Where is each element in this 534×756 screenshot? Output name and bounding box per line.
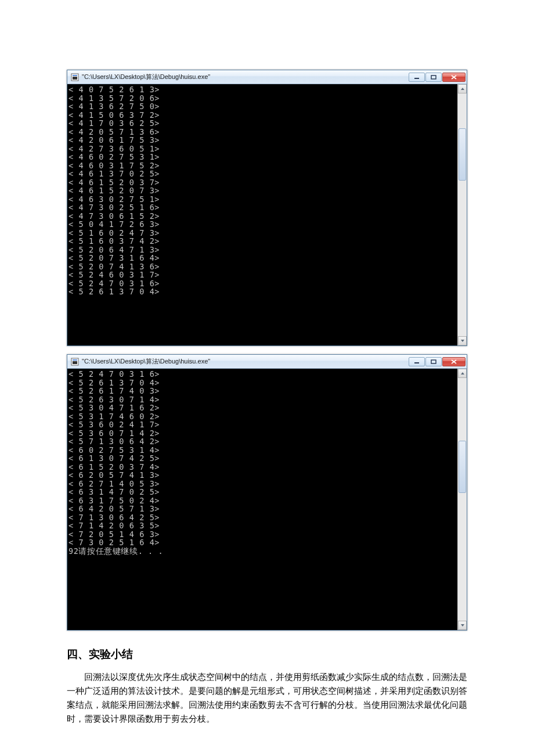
svg-rect-7 (73, 361, 77, 364)
svg-rect-1 (73, 75, 77, 76)
svg-rect-4 (431, 75, 436, 79)
titlebar[interactable]: "C:\Users\LX\Desktop\算法\Debug\huisu.exe" (67, 355, 467, 369)
close-icon (451, 359, 457, 364)
scroll-up-icon (460, 372, 465, 375)
window-buttons (409, 73, 466, 82)
maximize-button[interactable] (425, 73, 442, 82)
console-output[interactable]: < 4 0 7 5 2 6 1 3> < 4 1 3 5 7 2 0 6> < … (67, 84, 457, 345)
minimize-icon (414, 75, 420, 80)
svg-rect-2 (73, 77, 77, 80)
svg-rect-3 (414, 78, 419, 79)
scroll-up-button[interactable] (458, 84, 467, 93)
console-client-area: < 4 0 7 5 2 6 1 3> < 4 1 3 5 7 2 0 6> < … (67, 84, 467, 345)
minimize-icon (414, 359, 420, 364)
window-title: "C:\Users\LX\Desktop\算法\Debug\huisu.exe" (82, 357, 409, 366)
scroll-up-icon (460, 87, 465, 91)
close-button[interactable] (442, 357, 466, 366)
scroll-down-icon (460, 339, 465, 343)
scroll-up-button[interactable] (458, 369, 467, 378)
vertical-scrollbar[interactable] (457, 369, 467, 630)
console-window-2: "C:\Users\LX\Desktop\算法\Debug\huisu.exe"… (67, 354, 467, 631)
app-icon (71, 73, 79, 81)
close-button[interactable] (442, 73, 466, 82)
scroll-thumb[interactable] (459, 441, 466, 493)
maximize-icon (431, 75, 436, 80)
scroll-track-area[interactable] (458, 378, 467, 621)
scroll-down-icon (460, 624, 465, 627)
scroll-track-area[interactable] (458, 93, 467, 336)
scroll-down-button[interactable] (458, 336, 467, 345)
titlebar[interactable]: "C:\Users\LX\Desktop\算法\Debug\huisu.exe" (67, 70, 467, 84)
scroll-thumb[interactable] (459, 128, 466, 181)
app-icon (71, 358, 79, 366)
section-heading: 四、实验小结 (67, 647, 467, 662)
window-title: "C:\Users\LX\Desktop\算法\Debug\huisu.exe" (82, 73, 409, 81)
console-window-1: "C:\Users\LX\Desktop\算法\Debug\huisu.exe"… (67, 70, 467, 346)
svg-rect-6 (73, 359, 77, 361)
maximize-button[interactable] (425, 357, 442, 366)
window-buttons (409, 357, 466, 366)
section-body: 回溯法以深度优先次序生成状态空间树中的结点，并使用剪纸函数减少实际生成的结点数，… (67, 670, 467, 726)
maximize-icon (431, 359, 436, 364)
console-output[interactable]: < 5 2 4 7 0 3 1 6> < 5 2 6 1 3 7 0 4> < … (67, 369, 457, 630)
svg-rect-8 (414, 362, 419, 363)
svg-rect-9 (431, 360, 436, 363)
minimize-button[interactable] (409, 73, 425, 82)
minimize-button[interactable] (409, 357, 425, 366)
scroll-down-button[interactable] (458, 621, 467, 630)
close-icon (451, 75, 457, 80)
vertical-scrollbar[interactable] (457, 84, 467, 345)
console-client-area: < 5 2 4 7 0 3 1 6> < 5 2 6 1 3 7 0 4> < … (67, 369, 467, 630)
